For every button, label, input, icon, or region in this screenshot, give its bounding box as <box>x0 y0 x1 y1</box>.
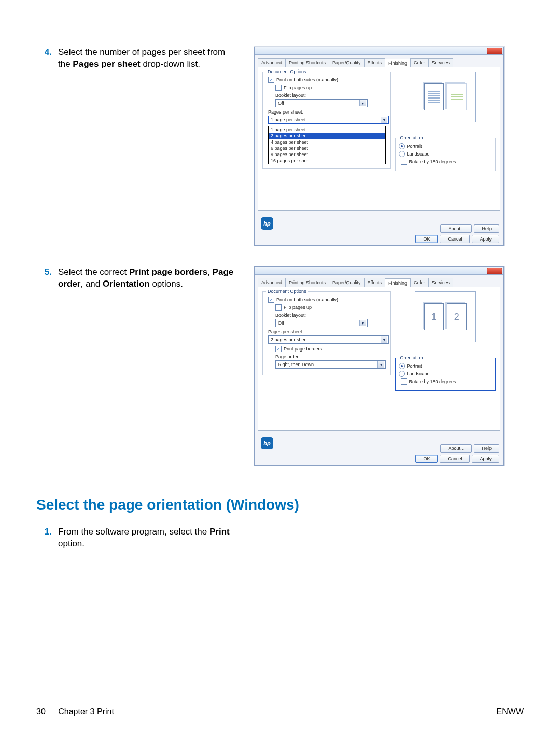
tabs-row: Advanced Printing Shortcuts Paper/Qualit… <box>258 278 500 287</box>
hp-logo-icon: hp <box>261 217 273 230</box>
rotate-label: Rotate by 180 degrees <box>409 159 456 164</box>
about-button[interactable]: About... <box>440 224 472 233</box>
step-text-5: Select the correct Print page borders, P… <box>58 266 239 290</box>
print-page-borders-checkbox[interactable]: ✓Print page borders <box>275 346 387 352</box>
tab-advanced[interactable]: Advanced <box>258 278 286 287</box>
print-both-label: Print on both sides (manually) <box>276 297 338 302</box>
tab-finishing[interactable]: Finishing <box>385 278 411 287</box>
print-preferences-dialog-1: Advanced Printing Shortcuts Paper/Qualit… <box>254 47 504 246</box>
booklet-value: Off <box>278 101 284 106</box>
tab-paper[interactable]: Paper/Quality <box>329 278 365 287</box>
cancel-button[interactable]: Cancel <box>440 455 470 463</box>
booklet-dropdown[interactable]: Off▼ <box>275 319 368 327</box>
tab-services[interactable]: Services <box>428 278 454 287</box>
titlebar <box>255 47 503 55</box>
page-number: 30 <box>36 707 46 716</box>
pps-dropdown-list[interactable]: 1 page per sheet 2 pages per sheet 4 pag… <box>268 126 386 164</box>
orientation-group: Orientation Portrait Landscape Rotate by… <box>395 358 496 391</box>
doc-options-legend: Document Options <box>266 289 308 294</box>
flip-pages-checkbox[interactable]: Flip pages up <box>275 304 387 311</box>
ok-button[interactable]: OK <box>415 455 438 463</box>
landscape-label: Landscape <box>407 371 430 376</box>
preview-page-1 <box>424 83 444 110</box>
help-button[interactable]: Help <box>474 444 499 453</box>
portrait-radio[interactable]: Portrait <box>399 363 493 369</box>
rotate-checkbox[interactable]: Rotate by 180 degrees <box>401 378 493 385</box>
step-text-1: From the software program, select the Pr… <box>58 526 239 550</box>
tab-color[interactable]: Color <box>410 278 429 287</box>
tab-shortcuts[interactable]: Printing Shortcuts <box>285 278 329 287</box>
borders-label: Print page borders <box>284 346 322 352</box>
apply-button[interactable]: Apply <box>472 235 499 243</box>
tab-color[interactable]: Color <box>410 58 429 67</box>
about-button[interactable]: About... <box>440 444 472 453</box>
close-icon[interactable] <box>487 48 502 54</box>
titlebar <box>255 267 503 275</box>
flip-label: Flip pages up <box>284 85 312 90</box>
step-number-1: 1. <box>36 526 58 550</box>
preview-page-2 <box>447 83 467 110</box>
step4-bold: Pages per sheet <box>73 59 140 69</box>
pps-label: Pages per sheet: <box>268 329 387 334</box>
document-options-group: Document Options ✓Print on both sides (m… <box>262 291 391 375</box>
footer-right: ENWW <box>497 707 524 716</box>
step5-c: , <box>207 267 212 277</box>
step1-a: From the software program, select the <box>58 527 209 537</box>
print-both-sides-checkbox[interactable]: ✓Print on both sides (manually) <box>268 297 387 303</box>
pps-option-2[interactable]: 2 pages per sheet <box>269 133 385 139</box>
apply-button[interactable]: Apply <box>472 455 499 463</box>
pps-selected: 2 pages per sheet <box>271 337 308 342</box>
tab-effects[interactable]: Effects <box>364 278 385 287</box>
step-text-4: Select the number of pages per sheet fro… <box>58 47 239 71</box>
pps-option-6[interactable]: 6 pages per sheet <box>269 145 385 151</box>
flip-pages-checkbox[interactable]: Flip pages up <box>275 85 387 91</box>
chevron-down-icon: ▼ <box>381 336 387 343</box>
tab-shortcuts[interactable]: Printing Shortcuts <box>285 58 329 67</box>
pages-per-sheet-dropdown[interactable]: 2 pages per sheet▼ <box>268 335 389 344</box>
booklet-value: Off <box>278 320 284 326</box>
tab-paper[interactable]: Paper/Quality <box>329 58 365 67</box>
tab-effects[interactable]: Effects <box>364 58 385 67</box>
portrait-label: Portrait <box>407 144 422 149</box>
pps-selected: 1 page per sheet <box>271 117 306 122</box>
ok-button[interactable]: OK <box>415 235 438 243</box>
close-icon[interactable] <box>487 268 502 274</box>
step-number-5: 5. <box>36 266 58 290</box>
pages-per-sheet-dropdown[interactable]: 1 page per sheet▼ <box>268 116 389 124</box>
preview-page-2: 2 <box>447 303 467 330</box>
tab-finishing[interactable]: Finishing <box>385 59 411 67</box>
step1-c: option. <box>58 539 85 549</box>
step1-b: Print <box>209 527 230 537</box>
flip-label: Flip pages up <box>284 305 312 310</box>
booklet-label: Booklet layout: <box>275 93 387 98</box>
hp-logo-icon: hp <box>261 437 273 449</box>
chapter-label: Chapter 3 Print <box>58 707 114 716</box>
rotate-checkbox[interactable]: Rotate by 180 degrees <box>401 159 493 165</box>
page-order-dropdown[interactable]: Right, then Down▼ <box>275 360 386 369</box>
orientation-legend: Orientation <box>399 355 425 360</box>
section-heading: Select the page orientation (Windows) <box>36 497 524 513</box>
chevron-down-icon: ▼ <box>377 361 384 368</box>
portrait-radio[interactable]: Portrait <box>399 143 493 149</box>
preview-page-1: 1 <box>424 303 444 330</box>
print-both-sides-checkbox[interactable]: ✓Print on both sides (manually) <box>268 77 387 83</box>
pps-option-9[interactable]: 9 pages per sheet <box>269 151 385 158</box>
print-both-label: Print on both sides (manually) <box>276 77 338 82</box>
pps-option-4[interactable]: 4 pages per sheet <box>269 139 385 145</box>
booklet-dropdown[interactable]: Off▼ <box>275 99 368 107</box>
landscape-radio[interactable]: Landscape <box>399 371 493 377</box>
cancel-button[interactable]: Cancel <box>440 235 470 243</box>
landscape-radio[interactable]: Landscape <box>399 151 493 157</box>
chevron-down-icon: ▼ <box>359 320 366 326</box>
tab-services[interactable]: Services <box>428 58 454 67</box>
orientation-group: Orientation Portrait Landscape Rotate by… <box>395 138 496 171</box>
pps-label: Pages per sheet: <box>268 109 387 115</box>
tab-advanced[interactable]: Advanced <box>258 58 286 67</box>
pps-option-1[interactable]: 1 page per sheet <box>269 126 385 133</box>
pps-option-16[interactable]: 16 pages per sheet <box>269 158 385 164</box>
help-button[interactable]: Help <box>474 224 499 233</box>
step-number-4: 4. <box>36 47 58 71</box>
step5-e: , and <box>80 279 103 289</box>
page-preview <box>415 72 476 122</box>
tabs-row: Advanced Printing Shortcuts Paper/Qualit… <box>258 58 500 67</box>
